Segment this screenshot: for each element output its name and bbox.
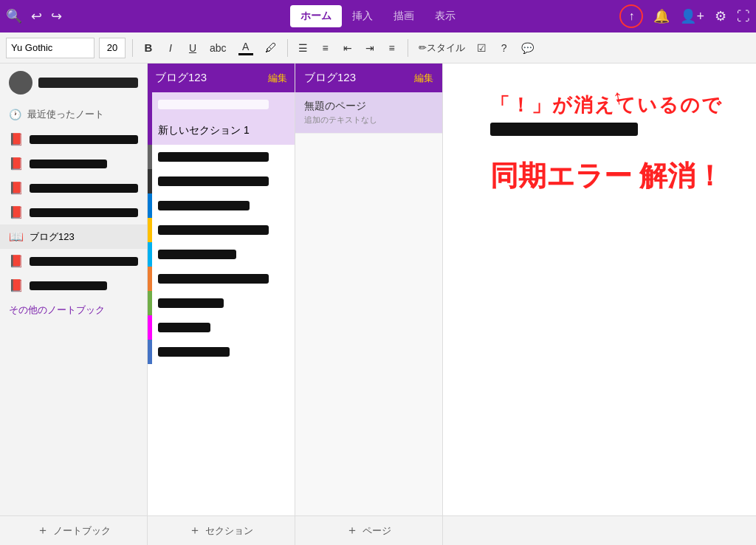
notebook-item-4[interactable]: 📕 — [0, 200, 147, 224]
section-bar-4 — [158, 201, 250, 210]
notebook-item-6[interactable]: 📕 — [0, 273, 147, 298]
numbered-list-button[interactable]: ≡ — [317, 38, 334, 58]
plus-notebook-icon: ＋ — [37, 523, 49, 538]
content-area[interactable]: 「！」が消えているので 同期エラー 解消！ ↑ — [443, 64, 756, 515]
section-item-2[interactable] — [148, 145, 295, 169]
undo-icon[interactable]: ↩ — [31, 8, 42, 24]
sync-error-button[interactable]: ↑ — [619, 4, 643, 28]
increase-indent-button[interactable]: ⇥ — [361, 38, 379, 58]
section-item-active[interactable]: 新しいセクション 1 — [148, 117, 295, 145]
notebook-icon-active: 📖 — [9, 230, 24, 244]
notebook-item-1[interactable]: 📕 — [0, 127, 147, 151]
recent-notes-item[interactable]: 🕐 最近使ったノート — [0, 102, 147, 127]
section-bar-10 — [158, 347, 230, 357]
search-icon[interactable]: 🔍 — [6, 8, 22, 24]
highlight-button[interactable]: 🖊 — [261, 38, 281, 58]
redo-icon[interactable]: ↪ — [51, 8, 62, 24]
bold-button[interactable]: B — [140, 38, 157, 58]
svg-text:「！」が消えているので: 「！」が消えているので — [490, 95, 723, 116]
nav-right-icons: ↑ 🔔 👤+ ⚙ ⛶ — [619, 4, 750, 28]
font-name-label: Yu Gothic — [11, 42, 52, 53]
notebook-bar-3 — [30, 184, 138, 193]
nav-left-icons: 🔍 ↩ ↪ — [6, 8, 62, 24]
bottom-bar: ＋ ノートブック ＋ セクション ＋ ページ — [0, 515, 756, 545]
font-color-button[interactable]: A — [235, 38, 257, 58]
bullets-button[interactable]: ☰ — [295, 38, 312, 58]
section-item-10[interactable] — [148, 340, 295, 364]
divider-1 — [132, 39, 133, 57]
tab-insert[interactable]: 挿入 — [342, 5, 383, 27]
underline-button[interactable]: U — [184, 38, 202, 58]
notebook-icon-5: 📕 — [9, 254, 24, 268]
decrease-indent-button[interactable]: ⇤ — [339, 38, 357, 58]
section-item-3[interactable] — [148, 169, 295, 193]
section-item-8[interactable] — [148, 291, 295, 315]
formatting-toolbar: Yu Gothic 20 B I U abc A 🖊 ☰ ≡ ⇤ ⇥ ≡ ✏ ス… — [0, 32, 756, 64]
tab-view[interactable]: 表示 — [425, 5, 466, 27]
pages-header: ブログ123 編集 — [295, 64, 442, 92]
tab-home[interactable]: ホーム — [290, 5, 342, 27]
font-name-selector[interactable]: Yu Gothic — [6, 38, 94, 58]
section-bar-2 — [158, 152, 269, 162]
section-item-4[interactable] — [148, 193, 295, 218]
section-bar-3 — [158, 176, 269, 186]
notebook-bar-6 — [30, 281, 107, 290]
notebook-icon-1: 📕 — [9, 132, 24, 146]
page-title: 無題のページ — [304, 100, 433, 113]
add-section-button[interactable]: ＋ セクション — [148, 516, 295, 545]
notebook-icon-3: 📕 — [9, 181, 24, 195]
main-area: 🕐 最近使ったノート 📕 📕 📕 📕 📖 ブログ123 📕 — [0, 64, 756, 515]
font-size-selector[interactable]: 20 — [99, 38, 126, 58]
nav-tabs: ホーム 挿入 描画 表示 — [290, 5, 466, 27]
section-item-6[interactable] — [148, 242, 295, 267]
sections-title: ブログ123 — [155, 71, 207, 85]
fullscreen-icon[interactable]: ⛶ — [737, 9, 750, 24]
section-bar-5 — [158, 225, 269, 235]
comment-button[interactable]: 💬 — [518, 38, 537, 58]
section-item-1[interactable] — [148, 92, 295, 117]
notebook-icon-2: 📕 — [9, 157, 24, 171]
bottom-right-spacer — [443, 516, 756, 545]
section-item-5[interactable] — [148, 218, 295, 242]
add-page-button[interactable]: ＋ ページ — [295, 516, 443, 545]
pages-edit-button[interactable]: 編集 — [414, 72, 433, 85]
font-size-label: 20 — [107, 42, 117, 53]
notebook-item-active[interactable]: 📖 ブログ123 — [0, 224, 147, 249]
pages-header-title: ブログ123 — [304, 71, 356, 85]
top-navigation: 🔍 ↩ ↪ ホーム 挿入 描画 表示 ↑ 🔔 👤+ ⚙ ⛶ — [0, 0, 756, 32]
divider-3 — [408, 39, 408, 57]
style-button[interactable]: ✏ スタイル — [415, 38, 469, 58]
page-item-active[interactable]: 無題のページ 追加のテキストなし — [295, 92, 442, 134]
sections-header: ブログ123 編集 — [148, 64, 295, 92]
add-notebook-label: ノートブック — [53, 524, 111, 538]
page-subtitle: 追加のテキストなし — [304, 114, 433, 126]
notebook-item-5[interactable]: 📕 — [0, 249, 147, 273]
section-item-7[interactable] — [148, 267, 295, 291]
tag-button[interactable]: ☑ — [473, 38, 491, 58]
bell-icon[interactable]: 🔔 — [653, 8, 670, 24]
add-user-icon[interactable]: 👤+ — [680, 8, 704, 24]
plus-page-icon: ＋ — [346, 523, 358, 538]
other-notebooks-link[interactable]: その他のノートブック — [0, 298, 147, 323]
plus-section-icon: ＋ — [189, 523, 201, 538]
section-item-9[interactable] — [148, 315, 295, 340]
notebook-bar-1 — [30, 135, 138, 144]
settings-icon[interactable]: ⚙ — [715, 8, 726, 24]
user-name-bar — [38, 78, 138, 88]
tab-draw[interactable]: 描画 — [383, 5, 425, 27]
italic-button[interactable]: I — [162, 38, 179, 58]
sections-edit-button[interactable]: 編集 — [268, 72, 287, 85]
help-button[interactable]: ? — [495, 38, 513, 58]
notebook-item-3[interactable]: 📕 — [0, 176, 147, 200]
section-bar-6 — [158, 250, 236, 259]
strikethrough-button[interactable]: abc — [206, 38, 230, 58]
notebook-icon-6: 📕 — [9, 278, 24, 292]
notebook-bar-2 — [30, 160, 107, 168]
recent-label: 最近使ったノート — [27, 108, 104, 121]
sections-panel: ブログ123 編集 新しいセクション 1 — [148, 64, 295, 515]
notebook-item-2[interactable]: 📕 — [0, 151, 147, 176]
notebook-bar-5 — [30, 257, 138, 266]
svg-rect-1 — [490, 123, 638, 136]
add-notebook-button[interactable]: ＋ ノートブック — [0, 516, 148, 545]
align-button[interactable]: ≡ — [383, 38, 401, 58]
